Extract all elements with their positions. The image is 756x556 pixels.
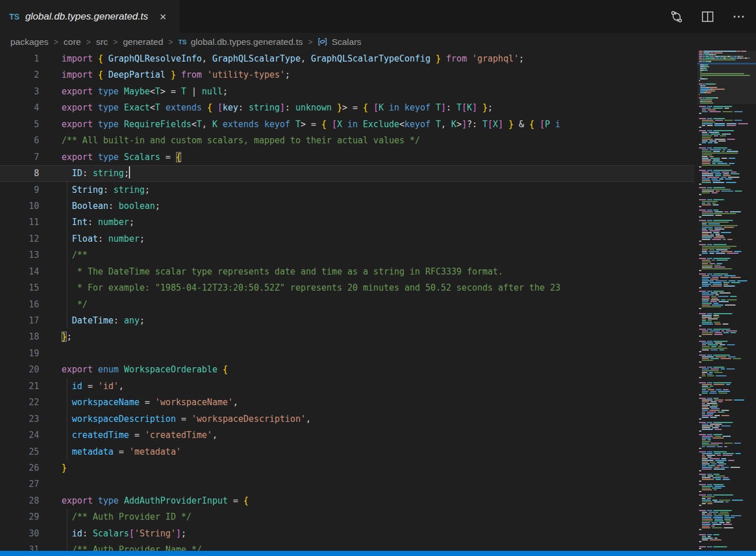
token: export <box>62 364 93 375</box>
code-line[interactable]: 22 workspaceName = 'workspaceName', <box>0 394 694 410</box>
token: GraphQLResolveInfo <box>108 54 202 64</box>
line-number[interactable]: 7 <box>0 149 39 165</box>
line-number[interactable]: 14 <box>0 264 39 280</box>
line-number[interactable]: 5 <box>0 116 39 132</box>
tab-global-db-types[interactable]: TS global.db.types.generated.ts × <box>0 0 180 33</box>
line-number[interactable]: 24 <box>0 427 39 443</box>
code-line[interactable]: 20export enum WorkspaceOrderable { <box>0 361 694 378</box>
status-bar[interactable] <box>0 551 756 556</box>
line-number[interactable]: 27 <box>0 476 39 492</box>
token: T <box>436 119 441 130</box>
line-number[interactable]: 1 <box>0 51 39 67</box>
token <box>103 70 108 80</box>
line-number[interactable]: 8 <box>0 165 39 181</box>
open-changes-icon[interactable] <box>670 10 684 24</box>
line-number[interactable]: 17 <box>0 313 39 329</box>
token: [ <box>332 119 337 130</box>
code-line[interactable]: 10 Boolean: boolean; <box>0 198 694 214</box>
breadcrumb-item-global-db-types-generated-ts[interactable]: global.db.types.generated.ts <box>190 37 303 47</box>
line-number[interactable]: 25 <box>0 444 39 460</box>
code-text: import { GraphQLResolveInfo, GraphQLScal… <box>62 51 524 67</box>
token <box>384 102 389 113</box>
code-text: * The DateTime scalar type represents da… <box>62 264 503 280</box>
token: boolean <box>119 201 155 211</box>
token <box>358 119 363 130</box>
token: } <box>509 119 514 130</box>
breadcrumb-item-packages[interactable]: packages <box>10 37 48 47</box>
token: ; <box>181 528 186 539</box>
code-line[interactable]: 7export type Scalars = { <box>0 149 694 165</box>
token: import <box>62 54 93 64</box>
token: { <box>363 102 368 113</box>
line-number[interactable]: 10 <box>0 198 39 214</box>
tab-close-icon[interactable]: × <box>160 11 167 22</box>
code-line[interactable]: 2import { DeepPartial } from 'utility-ty… <box>0 67 694 83</box>
line-number[interactable]: 20 <box>0 361 39 378</box>
token: null <box>202 86 223 97</box>
code-line[interactable]: 14 * The DateTime scalar type represents… <box>0 264 694 280</box>
breadcrumb-item-scalars[interactable]: Scalars <box>331 37 361 47</box>
code-line[interactable]: 8 ID: string; <box>0 165 694 181</box>
token: * The DateTime scalar type represents da… <box>72 266 503 277</box>
line-number[interactable]: 16 <box>0 296 39 313</box>
line-number[interactable]: 22 <box>0 394 39 410</box>
line-number[interactable]: 2 <box>0 67 39 83</box>
code-line[interactable]: 13 /** <box>0 247 694 263</box>
line-number[interactable]: 11 <box>0 214 39 230</box>
line-number[interactable]: 28 <box>0 493 39 509</box>
line-number[interactable]: 9 <box>0 182 39 198</box>
token <box>217 364 223 375</box>
line-number[interactable]: 15 <box>0 280 39 296</box>
code-line[interactable]: 3export type Maybe<T> = T | null; <box>0 83 694 100</box>
line-number[interactable]: 19 <box>0 345 39 361</box>
breadcrumb-item-generated[interactable]: generated <box>123 37 163 47</box>
code-line[interactable]: 24 createdTime = 'createdTime', <box>0 427 694 443</box>
code-line[interactable]: 18}; <box>0 329 694 345</box>
code-line[interactable]: 17 DateTime: any; <box>0 313 694 329</box>
token: export <box>62 102 93 113</box>
code-line[interactable]: 29 /** Auth Provider ID */ <box>0 509 694 525</box>
line-number[interactable]: 13 <box>0 247 39 263</box>
token: type <box>98 119 119 130</box>
code-editor[interactable]: 1import { GraphQLResolveInfo, GraphQLSca… <box>0 51 694 556</box>
code-line[interactable]: 25 metadata = 'metadata' <box>0 444 694 460</box>
code-line[interactable]: 4export type Exact<T extends { [key: str… <box>0 100 694 116</box>
code-line[interactable]: 9 String: string; <box>0 182 694 198</box>
line-number[interactable]: 29 <box>0 509 39 525</box>
symbol-type-icon <box>318 37 327 47</box>
code-line[interactable]: 28export type AddAuthProviderInput = { <box>0 493 694 509</box>
line-number[interactable]: 23 <box>0 411 39 427</box>
code-line[interactable]: 12 Float: number; <box>0 231 694 247</box>
line-number[interactable]: 21 <box>0 378 39 394</box>
code-line[interactable]: 11 Int: number; <box>0 214 694 230</box>
breadcrumb-item-core[interactable]: core <box>64 37 81 47</box>
code-line[interactable]: 5export type RequireFields<T, K extends … <box>0 116 694 132</box>
token: , <box>233 397 238 408</box>
code-line[interactable]: 16 */ <box>0 296 694 313</box>
code-line[interactable]: 15 * For example: "1985-04-12T23:20:50.5… <box>0 280 694 296</box>
line-number[interactable]: 12 <box>0 231 39 247</box>
code-line[interactable]: 21 id = 'id', <box>0 378 694 394</box>
minimap[interactable] <box>697 51 756 551</box>
code-line[interactable]: 30 id: Scalars['String']; <box>0 525 694 542</box>
line-number[interactable]: 26 <box>0 460 39 476</box>
token: /** <box>72 250 87 260</box>
line-number[interactable]: 30 <box>0 525 39 542</box>
split-editor-icon[interactable] <box>701 10 715 24</box>
line-number[interactable]: 18 <box>0 329 39 345</box>
indent-guide <box>67 198 67 214</box>
line-number[interactable]: 6 <box>0 132 39 148</box>
token: T <box>155 86 161 97</box>
token: keyof <box>264 119 290 130</box>
breadcrumb-item-src[interactable]: src <box>96 37 108 47</box>
line-number[interactable]: 4 <box>0 100 39 116</box>
more-actions-icon[interactable] <box>732 10 746 24</box>
code-line[interactable]: 6/** All built-in and custom scalars, ma… <box>0 132 694 148</box>
code-line[interactable]: 27 <box>0 476 694 492</box>
line-number[interactable]: 3 <box>0 83 39 100</box>
code-line[interactable]: 23 workspaceDescription = 'workspaceDesc… <box>0 411 694 427</box>
token: > = <box>161 86 181 97</box>
code-line[interactable]: 19 <box>0 345 694 361</box>
code-line[interactable]: 26} <box>0 460 694 476</box>
code-line[interactable]: 1import { GraphQLResolveInfo, GraphQLSca… <box>0 51 694 67</box>
